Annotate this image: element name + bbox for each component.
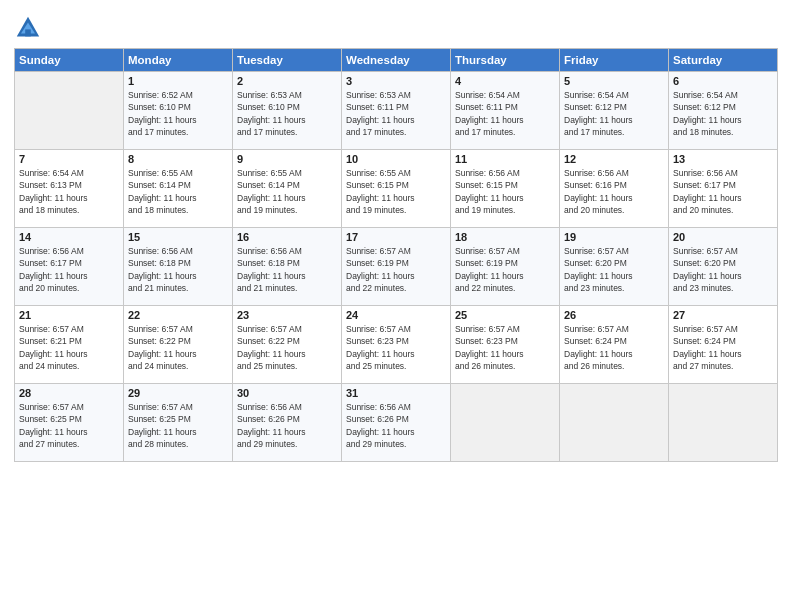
day-number: 22 — [128, 309, 228, 321]
day-number: 11 — [455, 153, 555, 165]
day-number: 20 — [673, 231, 773, 243]
day-info: Sunrise: 6:55 AM Sunset: 6:14 PM Dayligh… — [128, 167, 228, 216]
day-number: 15 — [128, 231, 228, 243]
day-number: 21 — [19, 309, 119, 321]
day-info: Sunrise: 6:55 AM Sunset: 6:14 PM Dayligh… — [237, 167, 337, 216]
day-info: Sunrise: 6:57 AM Sunset: 6:23 PM Dayligh… — [455, 323, 555, 372]
day-number: 10 — [346, 153, 446, 165]
day-info: Sunrise: 6:53 AM Sunset: 6:11 PM Dayligh… — [346, 89, 446, 138]
day-info: Sunrise: 6:57 AM Sunset: 6:25 PM Dayligh… — [19, 401, 119, 450]
day-info: Sunrise: 6:56 AM Sunset: 6:16 PM Dayligh… — [564, 167, 664, 216]
calendar-cell: 9Sunrise: 6:55 AM Sunset: 6:14 PM Daylig… — [233, 150, 342, 228]
calendar-cell: 19Sunrise: 6:57 AM Sunset: 6:20 PM Dayli… — [560, 228, 669, 306]
calendar-cell: 24Sunrise: 6:57 AM Sunset: 6:23 PM Dayli… — [342, 306, 451, 384]
calendar-cell: 15Sunrise: 6:56 AM Sunset: 6:18 PM Dayli… — [124, 228, 233, 306]
day-info: Sunrise: 6:56 AM Sunset: 6:18 PM Dayligh… — [237, 245, 337, 294]
calendar-cell: 7Sunrise: 6:54 AM Sunset: 6:13 PM Daylig… — [15, 150, 124, 228]
calendar-header: SundayMondayTuesdayWednesdayThursdayFrid… — [15, 49, 778, 72]
calendar-cell: 30Sunrise: 6:56 AM Sunset: 6:26 PM Dayli… — [233, 384, 342, 462]
day-number: 8 — [128, 153, 228, 165]
calendar-cell — [560, 384, 669, 462]
calendar-cell: 28Sunrise: 6:57 AM Sunset: 6:25 PM Dayli… — [15, 384, 124, 462]
main-container: SundayMondayTuesdayWednesdayThursdayFrid… — [0, 0, 792, 470]
day-number: 12 — [564, 153, 664, 165]
calendar-cell: 26Sunrise: 6:57 AM Sunset: 6:24 PM Dayli… — [560, 306, 669, 384]
week-row-1: 1Sunrise: 6:52 AM Sunset: 6:10 PM Daylig… — [15, 72, 778, 150]
day-info: Sunrise: 6:55 AM Sunset: 6:15 PM Dayligh… — [346, 167, 446, 216]
day-number: 30 — [237, 387, 337, 399]
calendar-cell: 3Sunrise: 6:53 AM Sunset: 6:11 PM Daylig… — [342, 72, 451, 150]
calendar-cell: 27Sunrise: 6:57 AM Sunset: 6:24 PM Dayli… — [669, 306, 778, 384]
week-row-3: 14Sunrise: 6:56 AM Sunset: 6:17 PM Dayli… — [15, 228, 778, 306]
day-info: Sunrise: 6:54 AM Sunset: 6:11 PM Dayligh… — [455, 89, 555, 138]
day-number: 26 — [564, 309, 664, 321]
logo — [14, 14, 46, 42]
day-info: Sunrise: 6:57 AM Sunset: 6:22 PM Dayligh… — [128, 323, 228, 372]
calendar-cell: 22Sunrise: 6:57 AM Sunset: 6:22 PM Dayli… — [124, 306, 233, 384]
header-row: SundayMondayTuesdayWednesdayThursdayFrid… — [15, 49, 778, 72]
day-info: Sunrise: 6:56 AM Sunset: 6:17 PM Dayligh… — [19, 245, 119, 294]
header-cell-sunday: Sunday — [15, 49, 124, 72]
calendar-cell: 25Sunrise: 6:57 AM Sunset: 6:23 PM Dayli… — [451, 306, 560, 384]
header-cell-saturday: Saturday — [669, 49, 778, 72]
calendar-cell: 8Sunrise: 6:55 AM Sunset: 6:14 PM Daylig… — [124, 150, 233, 228]
day-number: 9 — [237, 153, 337, 165]
header-cell-thursday: Thursday — [451, 49, 560, 72]
day-info: Sunrise: 6:56 AM Sunset: 6:17 PM Dayligh… — [673, 167, 773, 216]
day-info: Sunrise: 6:53 AM Sunset: 6:10 PM Dayligh… — [237, 89, 337, 138]
day-number: 2 — [237, 75, 337, 87]
calendar-cell: 29Sunrise: 6:57 AM Sunset: 6:25 PM Dayli… — [124, 384, 233, 462]
day-info: Sunrise: 6:54 AM Sunset: 6:13 PM Dayligh… — [19, 167, 119, 216]
day-info: Sunrise: 6:56 AM Sunset: 6:26 PM Dayligh… — [237, 401, 337, 450]
calendar-cell: 11Sunrise: 6:56 AM Sunset: 6:15 PM Dayli… — [451, 150, 560, 228]
day-number: 31 — [346, 387, 446, 399]
day-info: Sunrise: 6:52 AM Sunset: 6:10 PM Dayligh… — [128, 89, 228, 138]
day-number: 27 — [673, 309, 773, 321]
svg-rect-2 — [25, 29, 31, 36]
day-info: Sunrise: 6:56 AM Sunset: 6:18 PM Dayligh… — [128, 245, 228, 294]
day-number: 19 — [564, 231, 664, 243]
day-number: 13 — [673, 153, 773, 165]
day-number: 5 — [564, 75, 664, 87]
calendar-cell: 16Sunrise: 6:56 AM Sunset: 6:18 PM Dayli… — [233, 228, 342, 306]
day-number: 25 — [455, 309, 555, 321]
day-number: 23 — [237, 309, 337, 321]
calendar-cell: 12Sunrise: 6:56 AM Sunset: 6:16 PM Dayli… — [560, 150, 669, 228]
day-number: 29 — [128, 387, 228, 399]
day-number: 3 — [346, 75, 446, 87]
week-row-2: 7Sunrise: 6:54 AM Sunset: 6:13 PM Daylig… — [15, 150, 778, 228]
calendar-cell: 31Sunrise: 6:56 AM Sunset: 6:26 PM Dayli… — [342, 384, 451, 462]
day-number: 7 — [19, 153, 119, 165]
calendar-body: 1Sunrise: 6:52 AM Sunset: 6:10 PM Daylig… — [15, 72, 778, 462]
header-cell-friday: Friday — [560, 49, 669, 72]
calendar-cell: 21Sunrise: 6:57 AM Sunset: 6:21 PM Dayli… — [15, 306, 124, 384]
day-number: 17 — [346, 231, 446, 243]
calendar-cell — [451, 384, 560, 462]
day-info: Sunrise: 6:57 AM Sunset: 6:19 PM Dayligh… — [346, 245, 446, 294]
day-info: Sunrise: 6:57 AM Sunset: 6:24 PM Dayligh… — [564, 323, 664, 372]
logo-icon — [14, 14, 42, 42]
day-info: Sunrise: 6:57 AM Sunset: 6:20 PM Dayligh… — [564, 245, 664, 294]
day-info: Sunrise: 6:56 AM Sunset: 6:26 PM Dayligh… — [346, 401, 446, 450]
day-info: Sunrise: 6:57 AM Sunset: 6:21 PM Dayligh… — [19, 323, 119, 372]
day-number: 16 — [237, 231, 337, 243]
day-number: 14 — [19, 231, 119, 243]
calendar-cell: 18Sunrise: 6:57 AM Sunset: 6:19 PM Dayli… — [451, 228, 560, 306]
day-info: Sunrise: 6:56 AM Sunset: 6:15 PM Dayligh… — [455, 167, 555, 216]
day-number: 18 — [455, 231, 555, 243]
day-info: Sunrise: 6:57 AM Sunset: 6:22 PM Dayligh… — [237, 323, 337, 372]
day-info: Sunrise: 6:57 AM Sunset: 6:19 PM Dayligh… — [455, 245, 555, 294]
calendar-cell — [15, 72, 124, 150]
calendar-cell: 17Sunrise: 6:57 AM Sunset: 6:19 PM Dayli… — [342, 228, 451, 306]
day-info: Sunrise: 6:57 AM Sunset: 6:24 PM Dayligh… — [673, 323, 773, 372]
day-info: Sunrise: 6:57 AM Sunset: 6:23 PM Dayligh… — [346, 323, 446, 372]
calendar-cell: 5Sunrise: 6:54 AM Sunset: 6:12 PM Daylig… — [560, 72, 669, 150]
day-number: 28 — [19, 387, 119, 399]
day-info: Sunrise: 6:57 AM Sunset: 6:25 PM Dayligh… — [128, 401, 228, 450]
header-cell-wednesday: Wednesday — [342, 49, 451, 72]
calendar-cell: 20Sunrise: 6:57 AM Sunset: 6:20 PM Dayli… — [669, 228, 778, 306]
calendar-cell: 10Sunrise: 6:55 AM Sunset: 6:15 PM Dayli… — [342, 150, 451, 228]
day-number: 24 — [346, 309, 446, 321]
calendar-cell: 6Sunrise: 6:54 AM Sunset: 6:12 PM Daylig… — [669, 72, 778, 150]
day-number: 6 — [673, 75, 773, 87]
